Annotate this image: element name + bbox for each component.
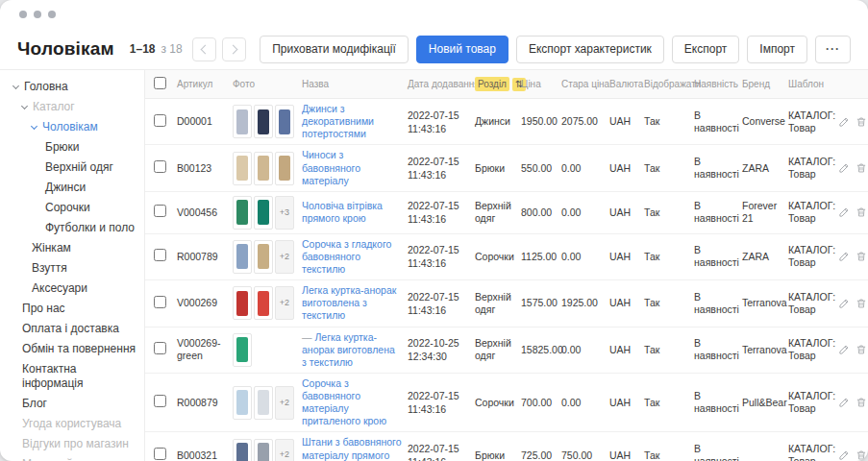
sidebar-item[interactable]: Оплата і доставка	[0, 319, 144, 339]
product-photo[interactable]	[233, 105, 252, 138]
select-all-checkbox[interactable]	[154, 77, 166, 89]
product-name-link[interactable]: Легка куртка-анорак виготовлена з тексти…	[302, 284, 396, 321]
sidebar-item[interactable]: Аксесуари	[0, 279, 144, 299]
column-header-artikul[interactable]: Артикул	[174, 70, 230, 99]
row-checkbox[interactable]	[154, 160, 166, 173]
sidebar-item[interactable]: Контактна інформація	[0, 359, 144, 394]
column-header-old_price[interactable]: Стара ціна	[558, 70, 607, 99]
product-photo[interactable]	[254, 105, 273, 138]
window-control-dot[interactable]	[48, 11, 56, 18]
delete-icon[interactable]	[856, 344, 867, 355]
export-button[interactable]: Експорт	[672, 36, 739, 63]
row-checkbox[interactable]	[154, 448, 166, 460]
column-header-price[interactable]: Ціна	[518, 70, 558, 99]
delete-icon[interactable]	[856, 162, 867, 174]
sidebar-item[interactable]: Брюки	[0, 137, 144, 158]
product-name-link[interactable]: Штани з бавовняного матеріалу прямого кр…	[302, 436, 402, 461]
row-checkbox[interactable]	[154, 342, 166, 354]
delete-icon[interactable]	[856, 397, 867, 408]
delete-icon[interactable]	[856, 206, 867, 218]
delete-icon[interactable]	[856, 298, 867, 309]
column-header-availability[interactable]: Наявність	[691, 70, 739, 99]
product-photo[interactable]	[254, 386, 273, 420]
product-photo[interactable]	[233, 196, 252, 230]
column-header-brand[interactable]: Бренд	[739, 70, 785, 99]
sidebar-item[interactable]: Верхній одяг	[0, 158, 144, 178]
product-photo[interactable]	[233, 439, 252, 461]
product-name-link[interactable]: Чиноси з бавовняного матеріалу	[302, 149, 360, 185]
sidebar-item[interactable]: Чоловікам	[0, 117, 144, 137]
product-photo[interactable]	[254, 196, 273, 230]
prev-page-button[interactable]	[192, 37, 216, 61]
sidebar-item[interactable]: Взуття	[0, 258, 144, 279]
hide-modifications-button[interactable]: Приховати модифікації	[260, 36, 409, 63]
product-photo[interactable]	[233, 240, 252, 274]
edit-icon[interactable]	[838, 251, 850, 262]
window-control-dot[interactable]	[19, 11, 27, 18]
column-header-currency[interactable]: Валюта	[607, 70, 641, 99]
column-header-name[interactable]: Назва	[299, 70, 405, 99]
product-photo[interactable]	[233, 152, 252, 185]
product-name-link[interactable]: Чоловіча вітрівка прямого крою	[302, 200, 383, 224]
more-actions-button[interactable]: ···	[815, 36, 851, 63]
row-checkbox[interactable]	[154, 249, 166, 261]
edit-icon[interactable]	[838, 344, 850, 355]
more-photos-badge[interactable]: +2	[275, 386, 294, 420]
column-header-date[interactable]: Дата додавання	[405, 70, 472, 99]
garment-swatch	[258, 109, 269, 134]
product-photo[interactable]	[233, 333, 252, 367]
edit-icon[interactable]	[838, 298, 850, 309]
export-characteristics-button[interactable]: Експорт характеристик	[516, 36, 664, 63]
import-button[interactable]: Імпорт	[747, 36, 807, 63]
product-name-link[interactable]: Джинси з декоративними потертостями	[302, 103, 374, 139]
product-name-link[interactable]: Сорочка з гладкого бавовняного текстилю	[302, 238, 391, 275]
edit-icon[interactable]	[838, 397, 850, 408]
column-header-section[interactable]: Розділ⇅	[472, 70, 518, 99]
product-photo[interactable]	[254, 240, 273, 274]
new-product-button[interactable]: Новий товар	[416, 36, 508, 63]
delete-icon[interactable]	[856, 116, 867, 128]
cell-old-price: 2075.00	[558, 99, 607, 145]
product-photo[interactable]	[254, 439, 273, 461]
next-page-button[interactable]	[222, 37, 246, 61]
sidebar-item[interactable]: Угода користувача	[0, 414, 144, 434]
product-photo[interactable]	[233, 286, 252, 320]
sidebar-item[interactable]: Жінкам	[0, 238, 144, 258]
delete-icon[interactable]	[856, 251, 867, 262]
window-control-dot[interactable]	[34, 11, 41, 18]
sidebar-item[interactable]: Обмін та повернення	[0, 339, 144, 359]
more-photos-badge[interactable]: +3	[275, 196, 294, 230]
sidebar-item[interactable]: Джинси	[0, 178, 144, 198]
sidebar-item[interactable]: Відгуки про магазин	[0, 434, 144, 454]
more-photos-badge[interactable]: +2	[275, 240, 294, 274]
column-header-template[interactable]: Шаблон	[785, 70, 835, 99]
more-photos-badge[interactable]: +2	[275, 439, 294, 461]
garment-swatch	[236, 109, 248, 134]
product-photo[interactable]	[233, 386, 252, 420]
row-checkbox[interactable]	[154, 395, 166, 407]
product-photo[interactable]	[275, 105, 294, 138]
product-photo[interactable]	[254, 152, 273, 185]
column-header-display[interactable]: Відображати	[641, 70, 691, 99]
sidebar-item[interactable]: Сорочки	[0, 198, 144, 218]
delete-icon[interactable]	[856, 449, 867, 461]
product-name-link[interactable]: Сорочка з бавовняного матеріалу притален…	[302, 377, 386, 426]
more-photos-badge[interactable]: +2	[275, 286, 294, 320]
sidebar-item[interactable]: Каталог	[0, 97, 144, 117]
sidebar-item[interactable]: Головна	[0, 77, 144, 97]
sidebar-item[interactable]: Блог	[0, 394, 144, 414]
edit-icon[interactable]	[838, 449, 850, 461]
product-photo[interactable]	[275, 152, 294, 185]
row-checkbox[interactable]	[154, 205, 166, 217]
row-checkbox[interactable]	[154, 114, 166, 127]
row-checkbox[interactable]	[154, 296, 166, 308]
sidebar-item[interactable]: Мапа сайту	[0, 454, 144, 461]
column-header-photo[interactable]: Фото	[230, 70, 299, 99]
product-photo[interactable]	[254, 286, 273, 320]
edit-icon[interactable]	[838, 206, 850, 218]
product-name-link[interactable]: Легка куртка-анорак виготовлена з тексти…	[302, 331, 395, 368]
sidebar-item[interactable]: Про нас	[0, 299, 144, 319]
sidebar-item[interactable]: Футболки и поло	[0, 218, 144, 238]
edit-icon[interactable]	[838, 116, 850, 128]
edit-icon[interactable]	[838, 162, 850, 174]
